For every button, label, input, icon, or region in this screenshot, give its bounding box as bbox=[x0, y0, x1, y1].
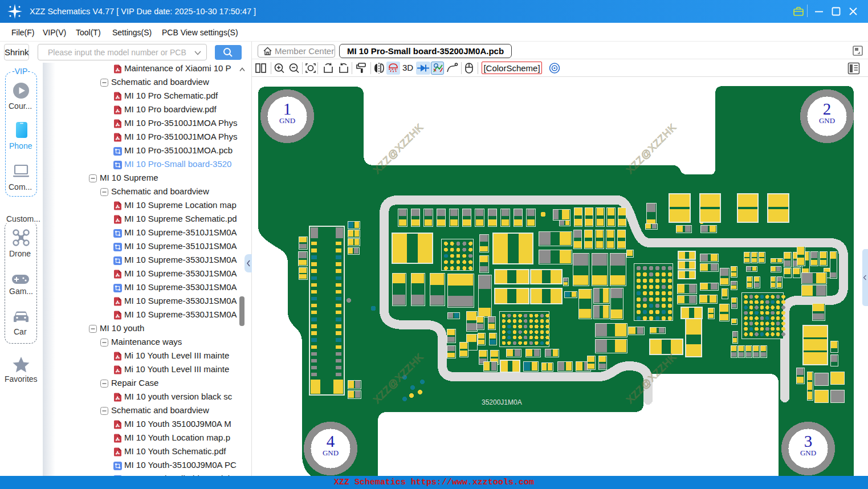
svg-text:GND: GND bbox=[279, 116, 295, 125]
svg-text:GND: GND bbox=[800, 449, 816, 457]
svg-text:35200J1M0A: 35200J1M0A bbox=[482, 398, 522, 406]
svg-text:GND: GND bbox=[323, 449, 339, 457]
svg-text:3: 3 bbox=[804, 432, 813, 450]
svg-text:2: 2 bbox=[823, 100, 832, 118]
svg-text:GND: GND bbox=[819, 116, 835, 125]
svg-text:1: 1 bbox=[283, 100, 292, 118]
svg-text:4: 4 bbox=[327, 432, 335, 450]
